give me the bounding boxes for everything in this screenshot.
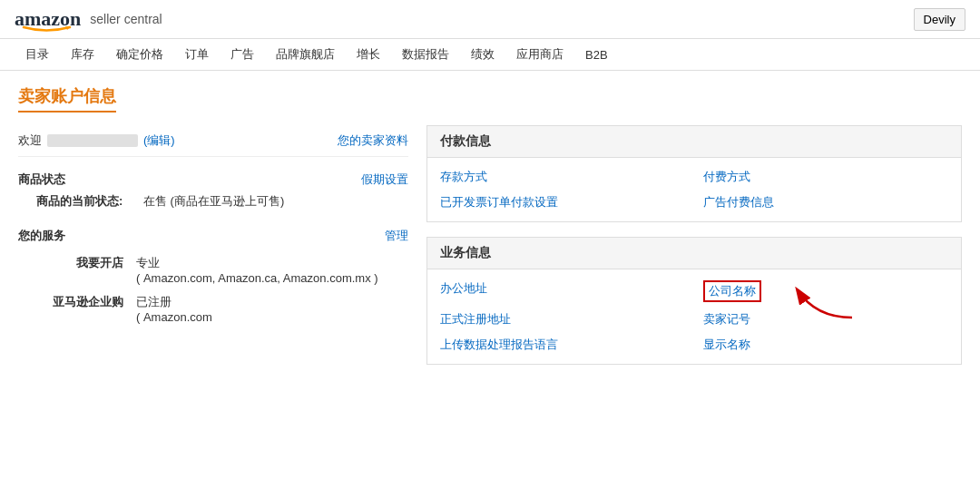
payment-info-title: 付款信息 (427, 126, 961, 158)
deposit-method-link[interactable]: 存款方式 (440, 169, 685, 185)
invoice-payment-link[interactable]: 已开发票订单付款设置 (440, 194, 685, 210)
service-item-0: 我要开店 专业 ( Amazon.com, Amazon.ca, Amazon.… (36, 255, 408, 285)
nav-item-appstore[interactable]: 应用商店 (505, 39, 574, 70)
left-panel: 欢迎 (编辑) 您的卖家资料 商品状态 假期设置 商品的当前状态: 在售 (商品… (18, 125, 408, 379)
nav-item-reports[interactable]: 数据报告 (391, 39, 460, 70)
manage-link[interactable]: 管理 (385, 228, 408, 244)
nav-item-orders[interactable]: 订单 (174, 39, 220, 70)
product-status-section: 商品状态 假期设置 商品的当前状态: 在售 (商品在亚马逊上可售) (18, 164, 408, 210)
nav-item-b2b[interactable]: B2B (574, 41, 619, 69)
nav-item-inventory[interactable]: 库存 (60, 39, 105, 70)
service-item-1: 亚马逊企业购 已注册 ( Amazon.com (36, 294, 408, 324)
service-label-0: 我要开店 (36, 255, 136, 285)
business-info-title: 业务信息 (427, 238, 961, 269)
business-info-card: 业务信息 办公地址 公司名称 正式注册地址 卖家记号 上传数据处理报告语言 显示… (426, 237, 962, 365)
services-section: 您的服务 管理 我要开店 专业 ( Amazon.com, Amazon.ca,… (18, 220, 408, 324)
seller-central-label: seller central (90, 12, 162, 26)
status-label: 商品的当前状态: (36, 193, 136, 210)
payment-info-body: 存款方式 付费方式 已开发票订单付款设置 广告付费信息 (427, 158, 961, 221)
amazon-smile-icon (22, 24, 72, 32)
product-status-title: 商品状态 (18, 171, 65, 188)
nav-item-pricing[interactable]: 确定价格 (105, 39, 174, 70)
nav-item-growth[interactable]: 增长 (346, 39, 391, 70)
right-panel: 付款信息 存款方式 付费方式 已开发票订单付款设置 广告付费信息 业务信息 办公… (426, 125, 962, 379)
service-value-1: 已注册 ( Amazon.com (136, 294, 212, 324)
page-title: 卖家账户信息 (18, 85, 116, 113)
product-status-header: 商品状态 假期设置 (18, 164, 408, 193)
payment-info-card: 付款信息 存款方式 付费方式 已开发票订单付款设置 广告付费信息 (426, 125, 962, 222)
nav-item-advertising[interactable]: 广告 (220, 39, 265, 70)
status-value: 在售 (商品在亚马逊上可售) (143, 193, 284, 210)
services-header: 您的服务 管理 (18, 220, 408, 250)
services-title: 您的服务 (18, 228, 65, 244)
payment-method-link[interactable]: 付费方式 (703, 169, 948, 185)
content-layout: 欢迎 (编辑) 您的卖家资料 商品状态 假期设置 商品的当前状态: 在售 (商品… (18, 125, 962, 379)
display-name-link[interactable]: 显示名称 (703, 337, 948, 353)
nav-item-performance[interactable]: 绩效 (460, 39, 505, 70)
business-info-body: 办公地址 公司名称 正式注册地址 卖家记号 上传数据处理报告语言 显示名称 (427, 269, 961, 364)
edit-link[interactable]: (编辑) (143, 132, 175, 149)
seller-name-placeholder (47, 134, 138, 147)
service-label-1: 亚马逊企业购 (36, 294, 136, 324)
welcome-prefix: 欢迎 (18, 132, 42, 149)
nav-item-catalog[interactable]: 目录 (15, 39, 60, 70)
welcome-text: 欢迎 (编辑) (18, 132, 175, 149)
user-menu-button[interactable]: Devily (914, 8, 965, 31)
registered-address-link[interactable]: 正式注册地址 (440, 311, 685, 328)
company-name-link[interactable]: 公司名称 (703, 280, 761, 302)
main-nav: 目录 库存 确定价格 订单 广告 品牌旗舰店 增长 数据报告 绩效 应用商店 B… (0, 39, 980, 71)
upload-data-link[interactable]: 上传数据处理报告语言 (440, 337, 685, 353)
seller-token-link[interactable]: 卖家记号 (703, 311, 948, 328)
seller-profile-link[interactable]: 您的卖家资料 (338, 132, 408, 149)
logo-area: amazon seller central (15, 7, 162, 31)
header: amazon seller central Devily (0, 0, 980, 39)
service-value-0: 专业 ( Amazon.com, Amazon.ca, Amazon.com.m… (136, 255, 378, 285)
welcome-section: 欢迎 (编辑) 您的卖家资料 (18, 125, 408, 157)
status-row: 商品的当前状态: 在售 (商品在亚马逊上可售) (36, 193, 408, 210)
ad-payment-link[interactable]: 广告付费信息 (703, 194, 948, 210)
office-address-link[interactable]: 办公地址 (440, 280, 685, 302)
nav-item-brand[interactable]: 品牌旗舰店 (265, 39, 346, 70)
page-content: 卖家账户信息 欢迎 (编辑) 您的卖家资料 商品状态 假期设置 商品 (0, 71, 980, 394)
vacation-setting-link[interactable]: 假期设置 (361, 171, 408, 188)
amazon-logo: amazon (15, 7, 81, 31)
